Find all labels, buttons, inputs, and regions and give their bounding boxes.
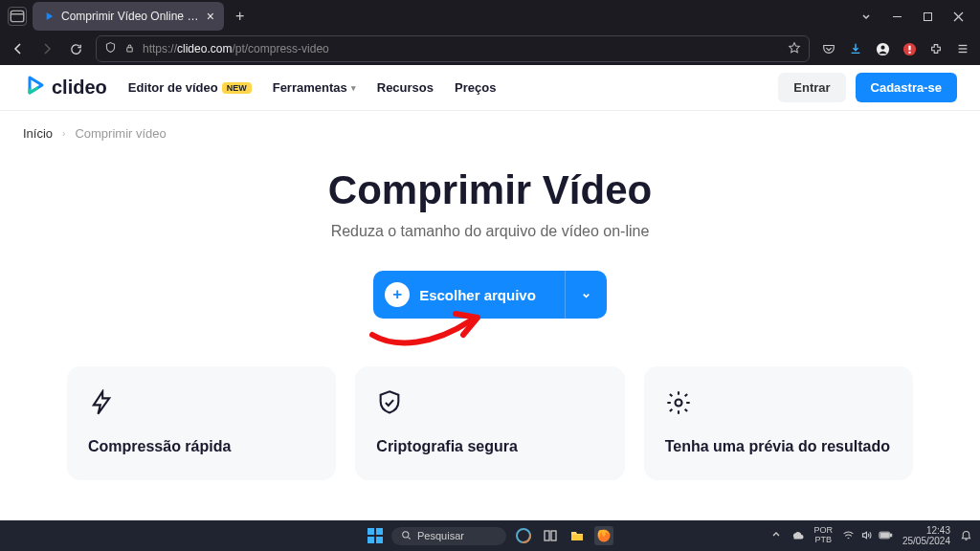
logo-icon <box>23 74 46 101</box>
brand-logo[interactable]: clideo <box>23 74 107 101</box>
tab-title: Comprimir Vídeo Online — Di <box>61 10 201 23</box>
windows-start-icon[interactable] <box>367 527 384 544</box>
plus-icon: + <box>385 282 410 307</box>
lock-icon <box>124 43 135 55</box>
pocket-icon[interactable] <box>821 41 836 56</box>
search-icon <box>401 530 412 542</box>
feature-card: Tenha uma prévia do resultado <box>644 366 913 480</box>
taskbar-app-taskview-icon[interactable] <box>541 526 560 545</box>
page-title: Comprimir Vídeo <box>0 167 980 213</box>
svg-rect-18 <box>376 537 383 543</box>
chevron-right-icon: › <box>62 128 65 139</box>
tray-notifications-icon[interactable] <box>960 529 972 543</box>
feature-title: Criptografia segura <box>376 437 603 457</box>
svg-rect-5 <box>127 47 133 51</box>
tray-wifi-icon[interactable] <box>842 529 855 543</box>
svg-point-19 <box>403 531 409 537</box>
taskbar-app-firefox-icon[interactable] <box>594 526 613 545</box>
svg-rect-17 <box>368 537 374 543</box>
adblock-icon[interactable] <box>902 41 917 56</box>
search-placeholder: Pesquisar <box>417 530 464 541</box>
svg-rect-23 <box>545 531 549 540</box>
feature-cards: Compressão rápida Criptografia segura Te… <box>0 347 980 480</box>
app-menu-icon[interactable] <box>955 41 970 56</box>
nav-tools[interactable]: Ferramentas ▾ <box>273 80 356 95</box>
svg-rect-15 <box>368 528 374 535</box>
svg-rect-28 <box>890 534 891 537</box>
feature-title: Compressão rápida <box>88 437 315 457</box>
page-subtitle: Reduza o tamanho do arquivo de vídeo on-… <box>0 223 980 240</box>
tray-language[interactable]: POR PTB <box>813 526 833 545</box>
svg-line-20 <box>409 537 411 539</box>
nav-editor[interactable]: Editor de vídeo NEW <box>128 80 252 95</box>
shield-icon <box>104 41 117 56</box>
browser-tab[interactable]: Comprimir Vídeo Online — Di × <box>33 2 224 31</box>
tray-battery-icon[interactable] <box>879 529 893 543</box>
url-text: https://clideo.com/pt/compress-video <box>143 42 329 55</box>
taskbar: Pesquisar POR PTB 12:43 25/05/2024 <box>0 520 980 551</box>
hero: Comprimir Vídeo Reduza o tamanho do arqu… <box>0 148 980 347</box>
nav-prices[interactable]: Preços <box>455 80 496 95</box>
tabs-dropdown-icon[interactable] <box>858 8 875 25</box>
window-minimize-icon[interactable] <box>888 8 905 25</box>
tab-bar: Comprimir Vídeo Online — Di × + <box>0 0 980 33</box>
account-icon[interactable] <box>875 41 890 56</box>
url-input[interactable]: https://clideo.com/pt/compress-video <box>96 35 810 62</box>
svg-rect-25 <box>571 535 583 540</box>
window-maximize-icon[interactable] <box>919 8 936 25</box>
download-icon[interactable] <box>848 41 863 56</box>
breadcrumb: Início › Comprimir vídeo <box>0 111 980 148</box>
feature-card: Compressão rápida <box>67 366 336 480</box>
choose-file-button[interactable]: + Escolher arquivo <box>373 271 607 319</box>
lightning-icon <box>88 389 315 420</box>
new-tab-button[interactable]: + <box>230 8 250 25</box>
browser-chrome: Comprimir Vídeo Online — Di × + https://… <box>0 0 980 65</box>
breadcrumb-current: Comprimir vídeo <box>75 126 166 141</box>
tray-clock[interactable]: 12:43 25/05/2024 <box>902 525 950 546</box>
svg-rect-29 <box>880 533 888 537</box>
shield-check-icon <box>376 389 603 420</box>
tray-chevron-icon[interactable] <box>771 530 781 541</box>
svg-rect-10 <box>908 51 910 53</box>
nav-resources[interactable]: Recursos <box>377 80 434 95</box>
address-bar: https://clideo.com/pt/compress-video <box>0 33 980 65</box>
tray-volume-icon[interactable] <box>860 529 873 543</box>
gear-icon <box>665 389 892 420</box>
svg-rect-0 <box>11 11 24 21</box>
svg-rect-2 <box>924 12 931 20</box>
extensions-icon[interactable] <box>928 41 944 56</box>
bookmark-star-icon[interactable] <box>788 41 801 57</box>
chevron-down-icon: ▾ <box>351 83 356 93</box>
site-header: clideo Editor de vídeo NEW Ferramentas ▾… <box>0 65 980 111</box>
close-icon[interactable]: × <box>207 10 214 23</box>
choose-file-label: Escolher arquivo <box>419 287 536 303</box>
feature-title: Tenha uma prévia do resultado <box>665 437 892 457</box>
tray-onedrive-icon[interactable] <box>791 528 804 543</box>
svg-rect-9 <box>908 45 910 50</box>
taskbar-search[interactable]: Pesquisar <box>391 527 506 545</box>
signup-button[interactable]: Cadastra-se <box>856 73 957 102</box>
back-button[interactable] <box>10 40 27 57</box>
brand-name: clideo <box>52 77 107 99</box>
feature-card: Criptografia segura <box>355 366 624 480</box>
svg-point-7 <box>880 45 884 49</box>
reload-button[interactable] <box>67 40 84 57</box>
svg-rect-16 <box>376 528 383 535</box>
new-badge: NEW <box>222 82 252 94</box>
breadcrumb-home[interactable]: Início <box>23 126 53 141</box>
recent-tabs-icon[interactable] <box>8 7 27 26</box>
taskbar-app-copilot-icon[interactable] <box>514 526 533 545</box>
svg-point-14 <box>675 400 681 407</box>
taskbar-app-explorer-icon[interactable] <box>568 526 587 545</box>
login-button[interactable]: Entrar <box>778 73 845 102</box>
choose-file-dropdown[interactable] <box>565 271 607 319</box>
tab-favicon-icon <box>42 10 56 23</box>
svg-rect-24 <box>551 531 556 540</box>
window-close-icon[interactable] <box>949 8 967 25</box>
forward-button <box>38 40 56 57</box>
